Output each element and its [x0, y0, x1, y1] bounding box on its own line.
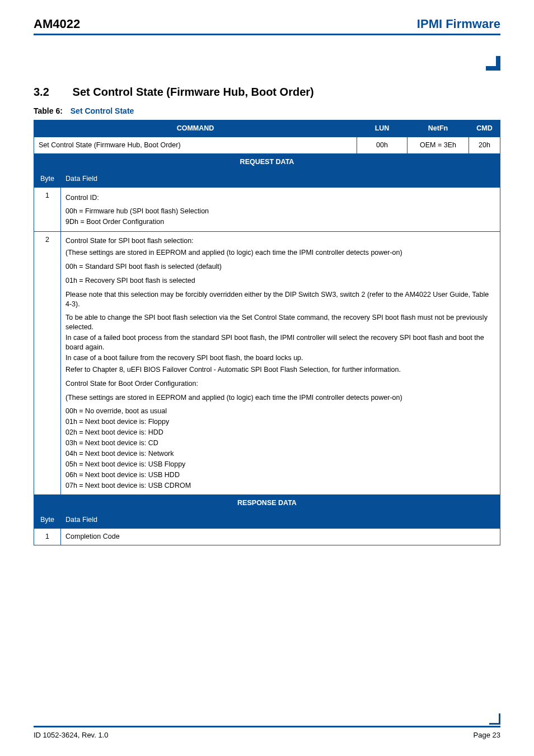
header-rule — [34, 34, 500, 35]
text: Control State for Boot Order Configurati… — [65, 379, 495, 389]
text: (These settings are stored in EEPROM and… — [65, 248, 495, 258]
req-byte-1: 1 — [34, 187, 61, 232]
th-lun: LUN — [357, 120, 407, 137]
header-title: IPMI Firmware — [417, 17, 500, 31]
table-caption: Table 6: Set Control State — [34, 106, 500, 115]
text: In case of a boot failure from the recov… — [65, 353, 495, 363]
request-data-header: REQUEST DATA — [34, 153, 500, 170]
footer-rule — [34, 726, 500, 727]
command-table: COMMAND LUN NetFn CMD Set Control State … — [34, 120, 500, 545]
table-row: 1 Control ID: 00h = Firmware hub (SPI bo… — [34, 187, 500, 232]
text: Control ID: — [65, 193, 495, 203]
text: Refer to Chapter 8, uEFI BIOS Failover C… — [65, 365, 495, 375]
table-caption-title: Set Control State — [71, 106, 134, 115]
th-byte: Byte — [34, 170, 61, 187]
table-row: 2 Control State for SPI boot flash selec… — [34, 232, 500, 495]
corner-decoration-icon — [486, 56, 500, 71]
resp-byte-1: 1 — [34, 529, 61, 545]
section-heading: 3.2 Set Control State (Firmware Hub, Boo… — [34, 86, 500, 99]
text: 00h = Standard SPI boot flash is selecte… — [65, 262, 495, 272]
page-number: Page 23 — [474, 731, 500, 739]
th-byte-resp: Byte — [34, 512, 61, 529]
text: 02h = Next boot device is: HDD — [65, 428, 495, 437]
text: 06h = Next boot device is: USB HDD — [65, 470, 495, 480]
req-data-2: Control State for SPI boot flash selecti… — [61, 232, 500, 495]
text: 04h = Next boot device is: Network — [65, 449, 495, 459]
header-product: AM4022 — [34, 17, 80, 31]
text: 05h = Next boot device is: USB Floppy — [65, 460, 495, 469]
text: 03h = Next boot device is: CD — [65, 438, 495, 448]
text: In case of a failed boot process from th… — [65, 333, 495, 352]
req-data-1: Control ID: 00h = Firmware hub (SPI boot… — [61, 187, 500, 232]
footer-decoration-icon — [489, 713, 500, 725]
response-data-header: RESPONSE DATA — [34, 495, 500, 512]
cmd-name: Set Control State (Firmware Hub, Boot Or… — [34, 137, 357, 153]
text: Control State for SPI boot flash selecti… — [65, 236, 495, 246]
text: 01h = Recovery SPI boot flash is selecte… — [65, 276, 495, 286]
th-datafield-resp: Data Field — [61, 512, 500, 529]
th-netfn: NetFn — [407, 120, 469, 137]
text: Please note that this selection may be f… — [65, 290, 495, 309]
text: 9Dh = Boot Order Configuration — [65, 217, 495, 227]
text: 00h = Firmware hub (SPI boot flash) Sele… — [65, 207, 495, 216]
text: 01h = Next boot device is: Floppy — [65, 417, 495, 427]
th-cmd: CMD — [469, 120, 500, 137]
section-number: 3.2 — [34, 86, 69, 99]
req-byte-2: 2 — [34, 232, 61, 495]
section-title: Set Control State (Firmware Hub, Boot Or… — [73, 86, 314, 98]
cmd-cmd: 20h — [469, 137, 500, 153]
table-caption-label: Table 6: — [34, 106, 63, 115]
resp-data-1: Completion Code — [61, 529, 500, 545]
text: 00h = No override, boot as usual — [65, 407, 495, 416]
text: 07h = Next boot device is: USB CDROM — [65, 481, 495, 491]
text: (These settings are stored in EEPROM and… — [65, 393, 495, 403]
table-row: 1 Completion Code — [34, 529, 500, 545]
page-footer: ID 1052-3624, Rev. 1.0 Page 23 — [34, 726, 500, 739]
th-command: COMMAND — [34, 120, 357, 137]
cmd-lun: 00h — [357, 137, 407, 153]
doc-id: ID 1052-3624, Rev. 1.0 — [34, 731, 108, 739]
text: To be able to change the SPI boot flash … — [65, 313, 495, 332]
th-datafield: Data Field — [61, 170, 500, 187]
cmd-netfn: OEM = 3Eh — [407, 137, 469, 153]
